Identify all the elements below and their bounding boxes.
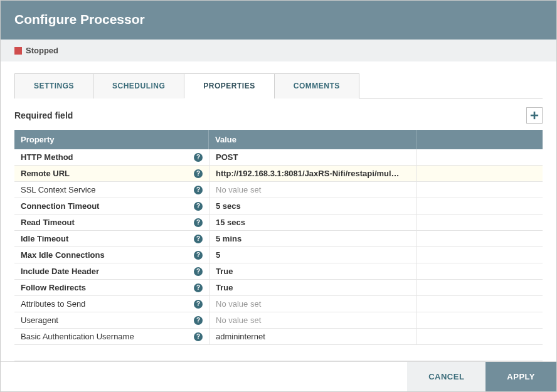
property-name-cell: Attributes to Send?	[14, 296, 209, 312]
table-row[interactable]: Basic Authentication Username?admininter…	[14, 329, 543, 345]
property-value: No value set	[216, 315, 261, 325]
help-icon[interactable]: ?	[194, 267, 203, 276]
property-value-cell[interactable]: No value set	[209, 312, 417, 328]
property-value-cell[interactable]: 15 secs	[209, 215, 417, 230]
property-name-cell: HTTP Method?	[14, 149, 209, 165]
property-value-cell[interactable]: 5 secs	[209, 198, 417, 214]
property-name: Connection Timeout	[21, 201, 99, 211]
add-property-button[interactable]	[526, 107, 543, 124]
tab-properties[interactable]: PROPERTIES	[184, 73, 274, 98]
property-value: POST	[216, 152, 238, 162]
property-action-cell	[417, 198, 543, 214]
table-row[interactable]: Include Date Header?True	[14, 263, 543, 280]
properties-table: Property Value HTTP Method?POSTRemote UR…	[14, 130, 543, 361]
property-action-cell	[417, 231, 543, 246]
table-row[interactable]: SSL Context Service?No value set	[14, 182, 543, 198]
property-action-cell	[417, 263, 543, 279]
tab-bar: SETTINGS SCHEDULING PROPERTIES COMMENTS	[14, 73, 543, 98]
property-name: SSL Context Service	[21, 185, 95, 194]
property-value-cell[interactable]: True	[209, 280, 417, 295]
help-icon[interactable]: ?	[194, 316, 203, 325]
property-value-cell[interactable]: No value set	[209, 296, 417, 312]
table-row[interactable]: Attributes to Send?No value set	[14, 296, 543, 312]
dialog-footer: CANCEL APPLY	[1, 361, 556, 391]
table-row[interactable]: Read Timeout?15 secs	[14, 215, 543, 231]
property-value: True	[216, 283, 233, 292]
property-name: Useragent	[21, 315, 58, 325]
property-name-cell: SSL Context Service?	[14, 182, 209, 198]
help-icon[interactable]: ?	[194, 300, 203, 309]
required-field-label: Required field	[14, 110, 73, 120]
property-value-cell[interactable]: No value set	[209, 182, 417, 198]
property-value-cell[interactable]: 5	[209, 247, 417, 263]
tab-scheduling[interactable]: SCHEDULING	[93, 73, 184, 98]
property-name-cell: Remote URL?	[14, 166, 209, 181]
property-action-cell	[417, 166, 543, 181]
col-value: Value	[209, 130, 417, 149]
status-label: Stopped	[26, 46, 58, 55]
property-name: Read Timeout	[21, 218, 75, 227]
dialog-body: SETTINGS SCHEDULING PROPERTIES COMMENTS …	[1, 61, 556, 361]
property-action-cell	[417, 182, 543, 198]
tab-settings[interactable]: SETTINGS	[14, 73, 93, 98]
table-row[interactable]: Connection Timeout?5 secs	[14, 198, 543, 215]
property-value: True	[216, 267, 233, 276]
table-row[interactable]: HTTP Method?POST	[14, 149, 543, 166]
table-header: Property Value	[14, 130, 543, 149]
table-row[interactable]: Useragent?No value set	[14, 312, 543, 329]
property-action-cell	[417, 312, 543, 328]
plus-icon	[530, 111, 539, 120]
property-value-cell[interactable]: admininternet	[209, 329, 417, 344]
help-icon[interactable]: ?	[194, 153, 203, 162]
help-icon[interactable]: ?	[194, 202, 203, 211]
table-row[interactable]: Remote URL?http://192.168.3.1:8081/JaxRS…	[14, 166, 543, 182]
stopped-icon	[14, 47, 22, 55]
property-value-cell[interactable]: POST	[209, 149, 417, 165]
property-value: 5 secs	[216, 201, 241, 211]
property-name-cell: Include Date Header?	[14, 263, 209, 279]
property-name-cell: Connection Timeout?	[14, 198, 209, 214]
cancel-button[interactable]: CANCEL	[407, 362, 485, 391]
property-name: Remote URL	[21, 169, 70, 178]
property-value-cell[interactable]: 5 mins	[209, 231, 417, 246]
tab-comments[interactable]: COMMENTS	[274, 73, 359, 98]
property-action-cell	[417, 329, 543, 344]
property-action-cell	[417, 215, 543, 230]
property-name: Idle Timeout	[21, 234, 68, 243]
dialog-header: Configure Processor	[1, 1, 556, 40]
configure-processor-dialog: Configure Processor Stopped SETTINGS SCH…	[0, 0, 557, 392]
property-value: 5	[216, 250, 220, 260]
property-value: No value set	[216, 299, 261, 309]
property-name-cell: Basic Authentication Username?	[14, 329, 209, 344]
property-value-cell[interactable]: True	[209, 263, 417, 279]
property-name-cell: Useragent?	[14, 312, 209, 328]
property-name: Basic Authentication Username	[21, 332, 134, 341]
table-row[interactable]: Max Idle Connections?5	[14, 247, 543, 263]
svg-rect-1	[531, 115, 538, 117]
apply-button[interactable]: APPLY	[485, 362, 556, 391]
property-value: 15 secs	[216, 218, 245, 227]
subheader: Required field	[14, 98, 543, 130]
help-icon[interactable]: ?	[194, 283, 203, 292]
property-name-cell: Follow Redirects?	[14, 280, 209, 295]
help-icon[interactable]: ?	[194, 186, 203, 194]
property-value: admininternet	[216, 332, 265, 341]
help-icon[interactable]: ?	[194, 332, 203, 341]
table-row[interactable]: Follow Redirects?True	[14, 280, 543, 296]
col-actions	[417, 130, 543, 149]
table-row[interactable]: Idle Timeout?5 mins	[14, 231, 543, 247]
property-value: 5 mins	[216, 234, 241, 243]
property-name-cell: Max Idle Connections?	[14, 247, 209, 263]
table-body[interactable]: HTTP Method?POSTRemote URL?http://192.16…	[14, 149, 543, 361]
help-icon[interactable]: ?	[194, 235, 203, 243]
help-icon[interactable]: ?	[194, 169, 203, 178]
property-name: Include Date Header	[21, 267, 99, 276]
help-icon[interactable]: ?	[194, 251, 203, 260]
help-icon[interactable]: ?	[194, 218, 203, 227]
property-value-cell[interactable]: http://192.168.3.1:8081/JaxRS-Nifi/resta…	[209, 166, 417, 181]
dialog-title: Configure Processor	[14, 12, 543, 27]
property-action-cell	[417, 149, 543, 165]
col-property: Property	[14, 130, 209, 149]
property-value: http://192.168.3.1:8081/JaxRS-Nifi/resta…	[216, 169, 400, 178]
property-action-cell	[417, 247, 543, 263]
